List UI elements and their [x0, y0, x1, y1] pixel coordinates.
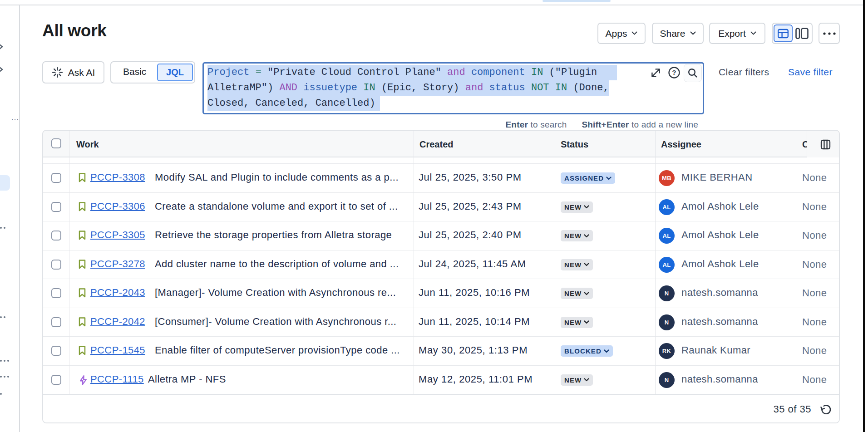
- svg-text:?: ?: [672, 69, 676, 76]
